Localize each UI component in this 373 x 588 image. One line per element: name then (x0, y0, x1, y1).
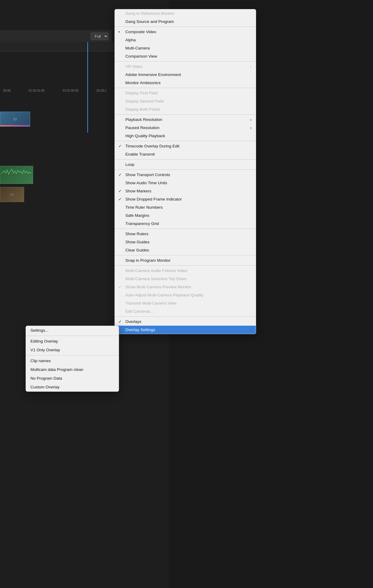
sub-menu-item-custom-overlay[interactable]: Custom Overlay (26, 383, 119, 391)
menu-item-enable-transmit[interactable]: Enable Transmit (115, 150, 256, 158)
menu-item-vr-video[interactable]: VR Video (115, 62, 256, 71)
sub-menu-item-v1-only-overlay[interactable]: V1 Only Overlay (26, 346, 119, 354)
sub-menu-item-editing-overlay[interactable]: Editing Overlay (26, 337, 119, 346)
separator-after-loop (115, 169, 256, 170)
menu-item-display-second-field[interactable]: Display Second Field (115, 97, 256, 105)
separator-after-clear-guides (115, 255, 256, 255)
sub-context-menu: Settings...Editing OverlayV1 Only Overla… (26, 326, 119, 392)
sub-menu-label-no-program-data: No Program Data (30, 376, 62, 381)
clip3-label: Co (10, 193, 14, 196)
menu-item-multi-camera[interactable]: Multi-Camera (115, 44, 256, 52)
menu-label-transparency-grid: Transparency Grid (125, 221, 159, 226)
track-clip-3: Co (0, 187, 24, 202)
menu-label-paused-resolution: Paused Resolution (125, 125, 159, 130)
menu-label-snap-program-monitor: Snap in Program Monitor (125, 258, 171, 263)
menu-item-transparency-grid[interactable]: Transparency Grid (115, 220, 256, 228)
menu-item-auto-adjust-multicam[interactable]: Auto-Adjust Multi-Camera Playback Qualit… (115, 291, 256, 299)
menu-label-vr-video: VR Video (125, 64, 143, 69)
sub-menu-label-v1-only-overlay: V1 Only Overlay (30, 348, 60, 352)
menu-label-comparison-view: Comparison View (125, 54, 157, 58)
menu-label-enable-transmit: Enable Transmit (125, 152, 155, 156)
menu-label-show-guides: Show Guides (125, 240, 149, 244)
menu-label-transmit-multicam: Transmit Multi-Camera View (125, 301, 177, 305)
menu-label-multi-camera: Multi-Camera (125, 46, 150, 50)
main-context-menu: Gang to Reference MonitorGang Source and… (114, 9, 256, 334)
sub-menu-label-editing-overlay: Editing Overlay (30, 339, 58, 343)
menu-item-overlay-settings[interactable]: Overlay Settings (115, 326, 256, 334)
menu-label-show-rulers: Show Rulers (125, 232, 149, 236)
menu-item-safe-margins[interactable]: Safe Margins (115, 211, 256, 220)
sub-menu-label-settings: Settings... (30, 328, 49, 333)
sub-menu-item-multicam-data[interactable]: Multicam data Program clean (26, 365, 119, 374)
menu-item-display-both-fields[interactable]: Display Both Fields (115, 105, 256, 113)
separator-after-comparison-view (115, 61, 256, 62)
menu-item-snap-program-monitor[interactable]: Snap in Program Monitor (115, 256, 256, 264)
sub-separator-after-v1-only-overlay (26, 355, 119, 356)
menu-label-show-dropped-frame: Show Dropped Frame Indicator (125, 197, 182, 201)
track-clip-2 (0, 166, 33, 184)
menu-item-show-transport-controls[interactable]: Show Transport Controls (115, 171, 256, 179)
menu-item-alpha[interactable]: Alpha (115, 36, 256, 44)
menu-item-overlays[interactable]: Overlays (115, 318, 256, 326)
menu-item-loop[interactable]: Loop (115, 160, 256, 169)
menu-item-show-dropped-frame[interactable]: Show Dropped Frame Indicator (115, 195, 256, 203)
menu-label-clear-guides: Clear Guides (125, 248, 149, 252)
menu-label-display-second-field: Display Second Field (125, 99, 164, 103)
menu-item-high-quality-playback[interactable]: High Quality Playback (115, 132, 256, 140)
menu-item-multicam-audio-follows[interactable]: Multi-Camera Audio Follows Video (115, 267, 256, 275)
menu-item-show-audio-time-units[interactable]: Show Audio Time Units (115, 179, 256, 187)
resolution-dropdown[interactable]: Full 1/2 1/4 (91, 33, 108, 40)
menu-item-time-ruler-numbers[interactable]: Time Ruler Numbers (115, 203, 256, 211)
menu-label-show-audio-time-units: Show Audio Time Units (125, 181, 167, 185)
menu-item-gang-reference[interactable]: Gang to Reference Monitor (115, 9, 256, 17)
sub-menu-item-settings[interactable]: Settings... (26, 326, 119, 335)
menu-label-loop: Loop (125, 162, 134, 167)
menu-item-paused-resolution[interactable]: Paused Resolution (115, 124, 256, 132)
menu-item-gang-source[interactable]: Gang Source and Program (115, 17, 256, 26)
menu-label-alpha: Alpha (125, 38, 136, 42)
menu-label-show-markers: Show Markers (125, 189, 151, 193)
menu-item-comparison-view[interactable]: Comparison View (115, 52, 256, 60)
menu-label-playback-resolution: Playback Resolution (125, 117, 162, 122)
menu-item-display-first-field[interactable]: Display First Field (115, 89, 256, 97)
menu-item-composite-video[interactable]: Composite Video (115, 28, 256, 36)
menu-item-timecode-overlay[interactable]: Timecode Overlay During Edit (115, 142, 256, 150)
menu-item-adobe-immersive[interactable]: Adobe Immersive Environment (115, 71, 256, 79)
menu-label-edit-cameras: Edit Cameras... (125, 309, 153, 314)
menu-label-multicam-audio-follows: Multi-Camera Audio Follows Video (125, 268, 187, 273)
menu-label-composite-video: Composite Video (125, 30, 156, 34)
menu-item-show-markers[interactable]: Show Markers (115, 187, 256, 195)
menu-label-display-both-fields: Display Both Fields (125, 107, 160, 112)
menu-item-multicam-selection-top[interactable]: Multi-Camera Selection Top Down (115, 275, 256, 283)
menu-label-overlays: Overlays (125, 319, 141, 324)
separator-after-display-both-fields (115, 114, 256, 115)
menu-item-transmit-multicam[interactable]: Transmit Multi-Camera View (115, 299, 256, 307)
separator-after-enable-transmit (115, 159, 256, 160)
track-clip-1: Cr (0, 112, 30, 127)
menu-item-clear-guides[interactable]: Clear Guides (115, 246, 256, 254)
sub-menu-label-custom-overlay: Custom Overlay (30, 385, 60, 389)
menu-label-show-transport-controls: Show Transport Controls (125, 172, 170, 177)
menu-label-overlay-settings: Overlay Settings (125, 327, 155, 332)
sub-menu-label-multicam-data: Multicam data Program clean (30, 367, 83, 372)
menu-item-show-guides[interactable]: Show Guides (115, 238, 256, 246)
menu-label-multicam-selection-top: Multi-Camera Selection Top Down (125, 277, 187, 281)
clip1-label: Cr (13, 117, 17, 121)
menu-item-show-rulers[interactable]: Show Rulers (115, 230, 256, 238)
separator-after-high-quality-playback (115, 141, 256, 141)
sub-menu-item-no-program-data[interactable]: No Program Data (26, 374, 119, 383)
menu-label-gang-source: Gang Source and Program (125, 19, 174, 24)
menu-item-edit-cameras[interactable]: Edit Cameras... (115, 307, 256, 315)
separator-after-gang-source (115, 27, 256, 27)
menu-label-display-first-field: Display First Field (125, 91, 158, 95)
sub-menu-item-clip-names[interactable]: Clip names (26, 356, 119, 365)
menu-label-high-quality-playback: High Quality Playback (125, 134, 165, 138)
menu-label-monitor-ambisonics: Monitor Ambisonics (125, 81, 161, 85)
menu-label-time-ruler-numbers: Time Ruler Numbers (125, 205, 163, 210)
menu-item-monitor-ambisonics[interactable]: Monitor Ambisonics (115, 79, 256, 87)
separator-after-monitor-ambisonics (115, 88, 256, 88)
separator-after-edit-cameras (115, 316, 256, 317)
menu-item-playback-resolution[interactable]: Playback Resolution (115, 115, 256, 124)
menu-item-show-multicam-preview[interactable]: ✓Show Multi-Camera Preview Monitor (115, 283, 256, 291)
sub-menu-label-clip-names: Clip names (30, 359, 51, 363)
